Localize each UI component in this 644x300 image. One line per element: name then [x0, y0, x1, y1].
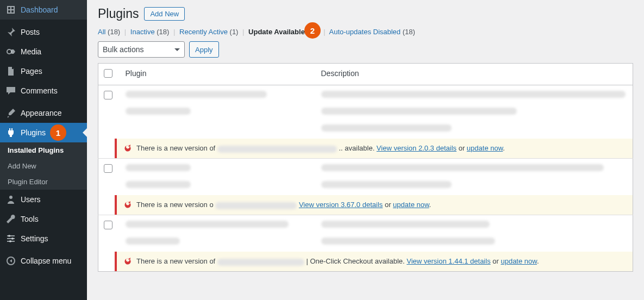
- col-description[interactable]: Description: [316, 64, 633, 85]
- sidebar-item-dashboard[interactable]: Dashboard: [0, 0, 87, 20]
- svg-point-4: [9, 240, 11, 242]
- row-checkbox[interactable]: [104, 91, 112, 99]
- update-text: There is a new version o: [136, 201, 214, 209]
- plugin-name-placeholder: [215, 202, 297, 209]
- admin-sidebar: Dashboard Posts Media Pages Comments App…: [0, 0, 87, 300]
- add-new-button[interactable]: Add New: [144, 7, 185, 21]
- sidebar-item-appearance[interactable]: Appearance: [0, 103, 87, 123]
- collapse-icon: [5, 255, 16, 266]
- submenu-plugin-editor[interactable]: Plugin Editor: [0, 174, 87, 190]
- svg-point-3: [11, 238, 14, 240]
- dashboard-icon: [5, 4, 16, 15]
- view-details-link[interactable]: View version 3.67.0 details: [299, 201, 383, 209]
- svg-point-1: [9, 196, 12, 199]
- submenu-installed-plugins[interactable]: Installed Plugins: [0, 142, 87, 158]
- description-placeholder: [321, 91, 626, 98]
- sidebar-item-label: Appearance: [21, 109, 62, 117]
- update-notice-row: There is a new version of | One-Click Ch…: [98, 252, 633, 272]
- update-text: There is a new version of: [136, 257, 215, 265]
- sidebar-item-tools[interactable]: Tools: [0, 209, 87, 229]
- refresh-icon: [123, 201, 132, 209]
- filter-bar: All (18) | Inactive (18) | Recently Acti…: [98, 28, 633, 36]
- col-plugin[interactable]: Plugin: [120, 64, 316, 85]
- svg-point-2: [8, 235, 10, 237]
- description-placeholder: [321, 238, 495, 245]
- plugin-name-placeholder: [126, 164, 191, 171]
- row-checkbox[interactable]: [104, 221, 112, 229]
- description-placeholder: [321, 124, 452, 132]
- sidebar-item-settings[interactable]: Settings: [0, 229, 87, 248]
- page-title: Plugins: [98, 7, 139, 21]
- sidebar-item-plugins[interactable]: Plugins 1: [0, 123, 87, 142]
- filter-all[interactable]: All (18): [98, 28, 120, 36]
- sidebar-item-label: Plugins: [21, 128, 46, 137]
- plugin-name-placeholder: [126, 221, 289, 228]
- refresh-icon: [123, 144, 132, 153]
- table-row: [98, 159, 633, 196]
- sidebar-item-collapse[interactable]: Collapse menu: [0, 251, 87, 271]
- plugin-name-placeholder: [126, 91, 267, 98]
- row-checkbox[interactable]: [104, 164, 112, 173]
- view-details-link[interactable]: View version 1.44.1 details: [407, 257, 490, 265]
- plugins-table: Plugin Description: [98, 63, 633, 272]
- wrench-icon: [5, 214, 16, 224]
- svg-point-0: [7, 49, 11, 54]
- sidebar-item-comments[interactable]: Comments: [0, 81, 87, 101]
- sidebar-item-users[interactable]: Users: [0, 190, 87, 209]
- update-text-mid: .. available.: [339, 144, 376, 152]
- sidebar-item-label: Users: [21, 195, 41, 204]
- table-row: [98, 85, 633, 139]
- sliders-icon: [5, 233, 16, 244]
- plugin-actions-placeholder: [126, 108, 191, 115]
- update-now-link[interactable]: update now: [393, 201, 429, 209]
- filter-recently-active[interactable]: Recently Active (1): [179, 28, 238, 36]
- update-now-link[interactable]: update now: [467, 144, 503, 152]
- update-text: There is a new version of: [136, 144, 215, 152]
- select-all-checkbox[interactable]: [104, 69, 112, 78]
- apply-button[interactable]: Apply: [189, 41, 219, 58]
- description-placeholder: [321, 108, 517, 115]
- plugin-name-placeholder: [217, 259, 304, 266]
- update-notice-row: There is a new version of .. available. …: [98, 139, 633, 159]
- brush-icon: [5, 108, 16, 118]
- sidebar-item-label: Posts: [21, 28, 40, 36]
- view-details-link[interactable]: View version 2.0.3 details: [377, 144, 457, 152]
- filter-inactive[interactable]: Inactive (18): [130, 28, 170, 36]
- annotation-badge-2: 2: [304, 22, 321, 39]
- plugin-actions-placeholder: [126, 181, 191, 188]
- sidebar-item-posts[interactable]: Posts: [0, 22, 87, 42]
- sidebar-item-label: Comments: [21, 86, 58, 95]
- bulk-actions-select[interactable]: Bulk actions: [98, 41, 185, 58]
- description-placeholder: [321, 181, 452, 188]
- media-icon: [5, 46, 16, 57]
- page-icon: [5, 66, 16, 77]
- update-now-link[interactable]: update now: [501, 257, 537, 265]
- sidebar-item-pages[interactable]: Pages: [0, 61, 87, 81]
- update-notice-row: There is a new version o View version 3.…: [98, 195, 633, 215]
- refresh-icon: [123, 257, 132, 266]
- description-placeholder: [321, 221, 490, 228]
- description-placeholder: [321, 164, 604, 171]
- annotation-badge-1: 1: [50, 124, 66, 141]
- plugin-actions-placeholder: [126, 238, 180, 245]
- users-icon: [5, 194, 16, 205]
- submenu-add-new[interactable]: Add New: [0, 158, 87, 174]
- sidebar-item-media[interactable]: Media: [0, 42, 87, 61]
- table-row: [98, 215, 633, 252]
- comment-icon: [5, 85, 16, 96]
- plugins-submenu: Installed Plugins Add New Plugin Editor: [0, 142, 87, 190]
- sidebar-item-label: Collapse menu: [21, 257, 71, 265]
- pin-icon: [5, 27, 16, 38]
- sidebar-item-label: Tools: [21, 215, 39, 223]
- sidebar-item-label: Media: [21, 47, 41, 56]
- plugin-icon: [5, 127, 16, 138]
- plugin-name-placeholder: [217, 146, 337, 153]
- main-content: Plugins Add New All (18) | Inactive (18)…: [87, 0, 644, 300]
- sidebar-item-label: Pages: [21, 67, 42, 76]
- sidebar-item-label: Settings: [21, 234, 48, 243]
- update-text-mid: | One-Click Checkout available.: [306, 257, 407, 265]
- filter-auto-updates-disabled[interactable]: Auto-updates Disabled (18): [329, 28, 415, 36]
- sidebar-item-label: Dashboard: [21, 5, 58, 14]
